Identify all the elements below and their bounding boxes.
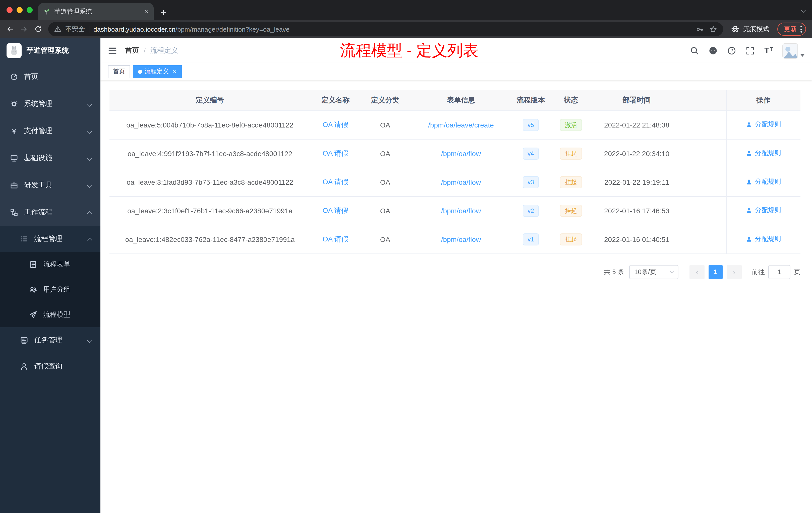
assign-rule-link[interactable]: 分配规则 [746, 206, 781, 215]
chevron-up-icon [87, 237, 92, 242]
definition-name-link[interactable]: OA 请假 [323, 120, 348, 128]
table-row: oa_leave:2:3c1f0ef1-76b1-11ec-9c66-a2380… [110, 196, 801, 225]
assign-rule-link[interactable]: 分配规则 [746, 149, 781, 158]
form-info-link[interactable]: /bpm/oa/flow [441, 235, 481, 243]
bookmark-star-icon[interactable] [709, 25, 717, 33]
back-icon[interactable] [6, 25, 14, 33]
current-page-button[interactable]: 1 [708, 265, 723, 279]
sidebar-item-system[interactable]: 系统管理 [0, 90, 100, 117]
chevron-down-icon [670, 269, 674, 273]
font-size-icon[interactable]: TT [764, 46, 773, 55]
deploy-time: 2022-01-16 17:46:53 [604, 207, 669, 215]
assign-rule-link[interactable]: 分配规则 [746, 177, 781, 186]
definition-name-link[interactable]: OA 请假 [323, 149, 348, 157]
definition-name-link[interactable]: OA 请假 [323, 235, 348, 243]
definition-id: oa_leave:5:004b710b-7b8a-11ec-8ef0-acde4… [126, 121, 293, 129]
app-title: 芋道管理系统 [27, 46, 69, 55]
deploy-time: 2022-01-22 21:48:38 [604, 121, 669, 129]
prev-page-button[interactable]: ‹ [690, 265, 704, 279]
breadcrumb-separator: / [144, 47, 146, 55]
version-tag: v2 [522, 205, 539, 217]
assign-rule-link[interactable]: 分配规则 [746, 235, 781, 244]
column-header: 流程版本 [512, 90, 549, 111]
svg-text:?: ? [730, 48, 733, 53]
incognito-icon [731, 25, 739, 33]
app-logo [6, 43, 22, 58]
sidebar-item-leave-query[interactable]: 请假查询 [0, 353, 100, 380]
table-header-row: 定义编号 定义名称 定义分类 表单信息 流程版本 状态 部署时间 操作 [110, 90, 801, 111]
minimize-window-button[interactable] [17, 7, 23, 13]
row-spacer [681, 196, 726, 225]
tag-process-definition[interactable]: 流程定义 × [133, 65, 181, 78]
sidebar-item-label: 请假查询 [34, 362, 62, 371]
row-spacer [681, 225, 726, 253]
sidebar-item-process-model[interactable]: 流程模型 [0, 302, 100, 327]
sidebar-item-process-form[interactable]: 流程表单 [0, 252, 100, 277]
browser-tab[interactable]: 芋道管理系统 × [38, 3, 154, 20]
document-icon [29, 261, 37, 269]
browser-menu-icon[interactable] [801, 26, 802, 33]
fullscreen-icon[interactable] [746, 46, 755, 55]
close-window-button[interactable] [6, 7, 12, 13]
hamburger-icon[interactable] [108, 46, 117, 55]
url-path: /bpm/manager/definition?key=oa_leave [175, 25, 290, 33]
new-tab-button[interactable]: + [161, 7, 166, 18]
site-favicon-icon [43, 8, 50, 15]
definition-name-link[interactable]: OA 请假 [323, 177, 348, 185]
form-info-link[interactable]: /bpm/oa/flow [441, 178, 481, 186]
person-icon [20, 362, 28, 370]
sidebar-item-label: 工作流程 [24, 208, 52, 217]
sidebar-item-label: 首页 [24, 72, 38, 81]
reload-icon[interactable] [34, 25, 42, 33]
version-tag: v4 [522, 147, 539, 159]
sidebar-item-label: 用户分组 [43, 285, 70, 294]
sidebar-item-devtools[interactable]: 研发工具 [0, 172, 100, 199]
forward-icon[interactable] [20, 25, 28, 33]
sidebar-logo-row[interactable]: 芋道管理系统 [0, 38, 100, 63]
page-size-select[interactable]: 10条/页 [629, 265, 678, 279]
browser-toolbar: 不安全 dashboard.yudao.iocoder.cn/bpm/manag… [0, 20, 812, 38]
github-icon[interactable] [708, 46, 718, 55]
assign-rule-link[interactable]: 分配规则 [746, 120, 781, 129]
page-content: 定义编号 定义名称 定义分类 表单信息 流程版本 状态 部署时间 操作 oa_l… [100, 80, 812, 513]
password-key-icon[interactable] [696, 25, 703, 33]
form-info-link[interactable]: /bpm/oa/flow [441, 207, 481, 215]
user-menu[interactable] [782, 43, 805, 58]
form-info-link[interactable]: /bpm/oa/leave/create [428, 121, 494, 129]
tab-close-icon[interactable]: × [145, 8, 149, 15]
url-domain: dashboard.yudao.iocoder.cn [93, 25, 175, 33]
address-bar[interactable]: 不安全 dashboard.yudao.iocoder.cn/bpm/manag… [48, 22, 723, 36]
next-page-button[interactable]: › [727, 265, 742, 279]
tag-home[interactable]: 首页 [108, 65, 130, 78]
page-size-value: 10条/页 [634, 267, 656, 276]
not-secure-warning-icon [54, 26, 61, 33]
zoom-window-button[interactable] [27, 7, 33, 13]
gear-icon [10, 100, 18, 108]
monitor-icon [10, 154, 18, 162]
workflow-icon [10, 208, 18, 216]
version-tag: v5 [522, 119, 539, 131]
tag-label: 流程定义 [145, 67, 169, 76]
tab-search-chevron-icon[interactable] [802, 5, 805, 14]
search-icon[interactable] [690, 46, 699, 55]
chevron-down-icon [87, 338, 92, 343]
breadcrumb-home[interactable]: 首页 [125, 46, 139, 55]
form-info-link[interactable]: /bpm/oa/flow [441, 149, 481, 157]
goto-page-input[interactable] [768, 265, 790, 279]
breadcrumb-current: 流程定义 [150, 46, 178, 55]
definition-name-link[interactable]: OA 请假 [323, 206, 348, 214]
help-icon[interactable]: ? [727, 46, 736, 55]
sidebar-item-home[interactable]: 首页 [0, 63, 100, 90]
sidebar-item-process-manage[interactable]: 流程管理 [0, 226, 100, 252]
pager: ‹ 1 › [690, 265, 742, 279]
sidebar-item-payment[interactable]: ¥ 支付管理 [0, 117, 100, 145]
tag-close-icon[interactable]: × [173, 68, 176, 75]
definition-category: OA [380, 149, 390, 157]
browser-update-button[interactable]: 更新 [777, 23, 806, 36]
sidebar-item-infrastructure[interactable]: 基础设施 [0, 145, 100, 172]
omnibox-divider [89, 25, 89, 33]
sidebar-item-task-manage[interactable]: 任务管理 [0, 327, 100, 353]
pagination: 共 5 条 10条/页 ‹ 1 › 前往 页 [110, 265, 801, 279]
sidebar-item-user-group[interactable]: 用户分组 [0, 277, 100, 302]
sidebar-item-workflow[interactable]: 工作流程 [0, 199, 100, 226]
